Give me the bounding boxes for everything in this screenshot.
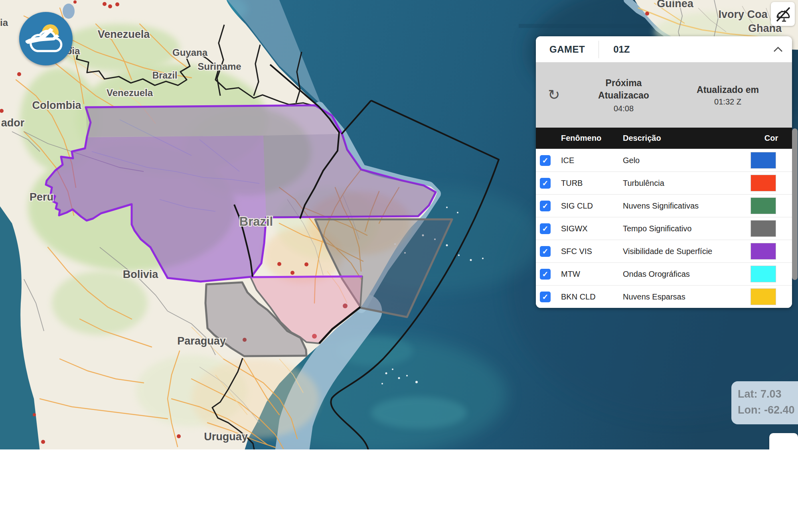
- checkbox-sfcvis[interactable]: ✓: [540, 246, 551, 257]
- legend-row-mtw: ✓ MTW Ondas Orográficas: [536, 262, 792, 285]
- longitude-readout: Lon: -62.40: [738, 402, 798, 418]
- phenomenon-code: SIGWX: [561, 224, 623, 233]
- legend-header-phenomenon: Fenômeno: [561, 134, 623, 143]
- phenomenon-description: Gelo: [623, 156, 743, 165]
- map-label: Peru: [30, 191, 53, 203]
- phenomenon-description: Tempo Significativo: [623, 224, 743, 233]
- app-root: Venezuela Guyana Suriname Brazil Venezue…: [0, 0, 798, 532]
- check-icon: ✓: [542, 247, 549, 256]
- legend-header: Fenômeno Descrição Cor: [536, 128, 792, 149]
- map-label: ia: [0, 17, 8, 28]
- checkbox-sigcld[interactable]: ✓: [540, 201, 551, 211]
- phenomenon-code: ICE: [561, 156, 623, 165]
- map-label: Guinea: [657, 0, 694, 10]
- check-icon: ✓: [542, 270, 549, 279]
- color-swatch: [751, 197, 776, 214]
- map-label: Brazil: [239, 215, 273, 229]
- checkbox-turb[interactable]: ✓: [540, 178, 551, 189]
- color-swatch: [751, 266, 776, 282]
- updated-at-label: Atualizado em: [676, 84, 780, 96]
- check-icon: ✓: [542, 292, 549, 301]
- map-label: Uruguay: [204, 431, 248, 443]
- map-label: Guyana: [172, 47, 208, 58]
- cursor-coordinates: Lat: 7.03 Lon: -62.40: [731, 381, 798, 424]
- checkbox-bkncld[interactable]: ✓: [540, 292, 551, 302]
- pink-top-purple-edge: [251, 276, 362, 277]
- color-swatch: [751, 220, 776, 237]
- map-label: Venezuela: [98, 28, 150, 40]
- check-icon: ✓: [542, 201, 549, 211]
- protractor-icon: [774, 5, 792, 23]
- phenomenon-code: SFC VIS: [561, 247, 623, 256]
- legend-row-ice: ✓ ICE Gelo: [536, 149, 792, 171]
- map-label: Suriname: [198, 61, 241, 72]
- sigwx-band: [86, 105, 337, 137]
- legend-row-turb: ✓ TURB Turbulência: [536, 171, 792, 194]
- legend-row-sigwx: ✓ SIGWX Tempo Significativo: [536, 217, 792, 240]
- map-label: Venezuela: [107, 87, 153, 98]
- map-label: Ivory Coa: [718, 8, 768, 20]
- phenomenon-code: BKN CLD: [561, 292, 623, 301]
- map-canvas[interactable]: Venezuela Guyana Suriname Brazil Venezue…: [0, 0, 798, 449]
- update-info-bar: ↻ Próxima Atualizacao 04:08 Atualizado e…: [536, 62, 792, 128]
- check-icon: ✓: [542, 179, 549, 188]
- tab-gamet[interactable]: GAMET: [536, 44, 598, 55]
- panel-scrollbar[interactable]: [792, 128, 798, 280]
- airplane-cloud-icon: [19, 12, 73, 65]
- next-update-label-line2: Atualizacao: [572, 89, 676, 102]
- next-update: Próxima Atualizacao 04:08: [572, 77, 676, 113]
- checkbox-mtw[interactable]: ✓: [540, 269, 551, 280]
- color-swatch: [751, 243, 776, 260]
- legend-row-sfcvis: ✓ SFC VIS Visibilidade de Superfície: [536, 240, 792, 262]
- check-icon: ✓: [542, 156, 549, 165]
- next-update-label-line1: Próxima: [572, 77, 676, 89]
- next-update-time: 04:08: [572, 104, 676, 113]
- app-logo[interactable]: [19, 12, 73, 65]
- phenomenon-code: SIG CLD: [561, 201, 623, 211]
- map-label: Paraguay: [177, 335, 226, 347]
- measure-tool-button[interactable]: [771, 2, 795, 26]
- legend-row-sigcld: ✓ SIG CLD Nuvens Significativas: [536, 194, 792, 217]
- refresh-icon: ↻: [548, 87, 560, 103]
- map-label: Bolivia: [123, 268, 159, 280]
- phenomenon-code: MTW: [561, 270, 623, 279]
- gamet-panel: GAMET 01Z ↻ Próxima Atualizacao 04:08 At…: [536, 36, 792, 308]
- legend-header-description: Descrição: [623, 134, 723, 143]
- map-label: Colombia: [32, 99, 81, 111]
- chevron-up-icon: [773, 46, 783, 53]
- check-icon: ✓: [542, 224, 549, 233]
- legend-header-color: Cor: [751, 134, 792, 143]
- phenomenon-description: Nuvens Significativas: [623, 201, 743, 211]
- tab-01z[interactable]: 01Z: [599, 44, 644, 55]
- updated-at-time: 01:32 Z: [676, 97, 780, 106]
- latitude-readout: Lat: 7.03: [738, 386, 798, 402]
- updated-at: Atualizado em 01:32 Z: [676, 84, 792, 106]
- phenomenon-description: Ondas Orográficas: [623, 270, 743, 279]
- collapse-button[interactable]: [773, 46, 783, 53]
- zoom-in-button[interactable]: +: [769, 433, 798, 449]
- map-label: Brazil: [152, 70, 178, 81]
- plus-icon: +: [778, 445, 789, 449]
- map-label: ador: [1, 117, 25, 129]
- color-swatch: [751, 175, 776, 191]
- phenomenon-description: Turbulência: [623, 179, 743, 188]
- phenomenon-description: Nuvens Esparsas: [623, 292, 743, 301]
- phenomenon-description: Visibilidade de Superfície: [623, 247, 743, 256]
- panel-header: GAMET 01Z: [536, 36, 792, 62]
- legend-row-bkncld: ✓ BKN CLD Nuvens Esparsas: [536, 285, 792, 308]
- phenomenon-code: TURB: [561, 179, 623, 188]
- color-swatch: [751, 152, 776, 169]
- checkbox-sigwx[interactable]: ✓: [540, 223, 551, 234]
- refresh-button[interactable]: ↻: [536, 88, 572, 102]
- color-swatch: [751, 288, 776, 305]
- checkbox-ice[interactable]: ✓: [540, 155, 551, 166]
